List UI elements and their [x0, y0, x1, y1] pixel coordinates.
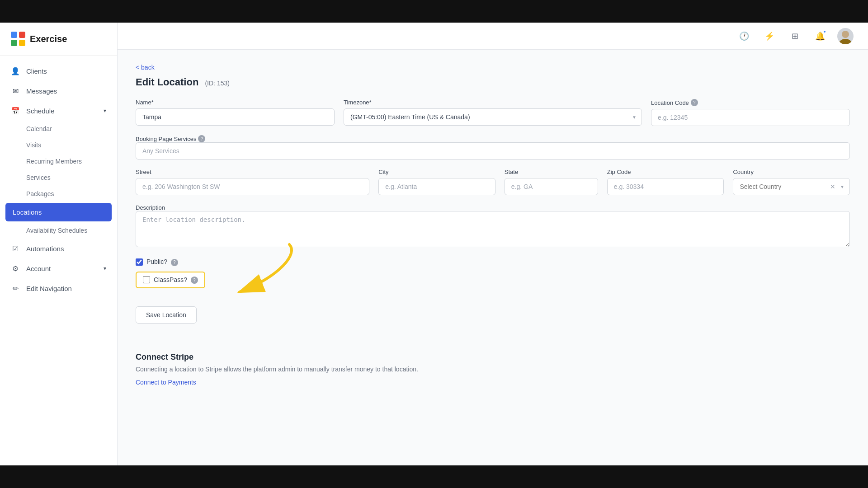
- public-checkbox[interactable]: [136, 258, 143, 266]
- app-name: Exercise: [30, 34, 67, 44]
- sidebar-item-edit-navigation[interactable]: ✏ Edit Navigation: [0, 278, 117, 298]
- check-circle-icon: ☑: [11, 244, 20, 253]
- timezone-select[interactable]: (GMT-05:00) Eastern Time (US & Canada): [344, 108, 642, 126]
- classpass-checkbox[interactable]: [143, 276, 150, 283]
- connect-to-payments-link[interactable]: Connect to Payments: [136, 379, 196, 386]
- name-label: Name*: [136, 99, 335, 106]
- sidebar-label-locations: Locations: [13, 208, 42, 216]
- gear-icon: ⚙: [11, 264, 20, 273]
- location-id-badge: (ID: 153): [205, 80, 229, 87]
- city-group: City: [378, 169, 495, 195]
- envelope-icon: ✉: [11, 86, 20, 95]
- svg-point-4: [842, 31, 849, 38]
- sidebar-label-packages: Packages: [26, 190, 54, 197]
- sidebar-label-calendar: Calendar: [26, 125, 52, 132]
- classpass-box: ClassPass? ?: [136, 272, 205, 289]
- state-group: State: [505, 169, 598, 195]
- user-avatar[interactable]: [837, 28, 854, 44]
- country-dropdown-icon[interactable]: ▼: [840, 184, 844, 189]
- sidebar-item-packages[interactable]: Packages: [0, 186, 117, 202]
- save-button-wrapper: Save Location: [136, 306, 850, 338]
- sidebar-label-automations: Automations: [26, 245, 64, 253]
- sidebar-item-services[interactable]: Services: [0, 169, 117, 186]
- sidebar: Exercise 👤 Clients ✉ Messages 📅 Schedule…: [0, 23, 118, 465]
- sidebar-label-schedule: Schedule: [26, 107, 55, 115]
- sidebar-item-messages[interactable]: ✉ Messages: [0, 81, 117, 101]
- app-logo-icon: [11, 32, 25, 46]
- country-clear-icon[interactable]: ✕: [830, 183, 835, 190]
- classpass-help-icon[interactable]: ?: [191, 277, 198, 284]
- person-icon: 👤: [11, 66, 20, 75]
- state-input[interactable]: [505, 178, 598, 195]
- public-label: Public? ?: [146, 258, 178, 266]
- timezone-select-wrapper: (GMT-05:00) Eastern Time (US & Canada): [344, 108, 642, 126]
- sidebar-item-account[interactable]: ⚙ Account ▾: [0, 258, 117, 278]
- city-label: City: [378, 169, 495, 175]
- sidebar-label-account: Account: [26, 265, 51, 272]
- back-link[interactable]: < back: [136, 64, 155, 71]
- pencil-icon: ✏: [11, 284, 20, 293]
- country-label: Country: [733, 169, 850, 175]
- bell-icon-button[interactable]: 🔔: [812, 28, 828, 44]
- notification-dot: [823, 30, 826, 33]
- page-title: Edit Location (ID: 153): [136, 76, 850, 88]
- sidebar-label-availability-schedules: Availability Schedules: [26, 227, 87, 234]
- classpass-container: ClassPass? ?: [136, 272, 205, 298]
- booking-services-group: Booking Page Services ?: [136, 135, 850, 160]
- location-code-help-icon[interactable]: ?: [691, 99, 698, 106]
- classpass-label: ClassPass? ?: [154, 276, 198, 284]
- location-code-label: Location Code ?: [651, 99, 850, 106]
- location-code-input[interactable]: [651, 109, 850, 126]
- grid-icon-button[interactable]: ⊞: [787, 28, 803, 44]
- sidebar-item-availability-schedules[interactable]: Availability Schedules: [0, 222, 117, 239]
- description-label: Description: [136, 204, 850, 211]
- svg-rect-0: [11, 32, 17, 38]
- chevron-down-icon: ▾: [104, 108, 106, 114]
- country-select-wrapper: ✕ ▼: [733, 178, 850, 195]
- connect-stripe-section: Connect Stripe Connecting a location to …: [136, 352, 850, 386]
- sidebar-label-services: Services: [26, 174, 51, 181]
- lightning-icon-button[interactable]: ⚡: [761, 28, 778, 44]
- svg-rect-2: [11, 40, 17, 46]
- name-input[interactable]: [136, 108, 335, 126]
- top-header: 🕐 ⚡ ⊞ 🔔: [118, 23, 868, 50]
- description-group: Description: [136, 204, 850, 249]
- timezone-label: Timezone*: [344, 99, 642, 106]
- sidebar-item-locations[interactable]: Locations: [5, 203, 112, 221]
- zip-label: Zip Code: [607, 169, 724, 175]
- name-group: Name*: [136, 99, 335, 126]
- sidebar-item-recurring-members[interactable]: Recurring Members: [0, 153, 117, 169]
- booking-services-label: Booking Page Services ?: [136, 135, 850, 142]
- sidebar-label-recurring-members: Recurring Members: [26, 158, 82, 165]
- sidebar-item-schedule[interactable]: 📅 Schedule ▾: [0, 101, 117, 121]
- sidebar-item-calendar[interactable]: Calendar: [0, 121, 117, 137]
- sidebar-label-clients: Clients: [26, 67, 47, 75]
- booking-services-help-icon[interactable]: ?: [198, 135, 205, 142]
- description-textarea[interactable]: [136, 211, 850, 247]
- timezone-group: Timezone* (GMT-05:00) Eastern Time (US &…: [344, 99, 642, 126]
- svg-rect-1: [19, 32, 25, 38]
- public-help-icon[interactable]: ?: [171, 259, 178, 266]
- save-location-button[interactable]: Save Location: [136, 306, 197, 324]
- street-group: Street: [136, 169, 369, 195]
- sidebar-item-visits[interactable]: Visits: [0, 137, 117, 153]
- svg-point-5: [839, 39, 852, 44]
- connect-stripe-title: Connect Stripe: [136, 352, 850, 362]
- city-input[interactable]: [378, 178, 495, 195]
- public-checkbox-row: Public? ?: [136, 258, 850, 266]
- sidebar-nav: 👤 Clients ✉ Messages 📅 Schedule ▾ Calend…: [0, 56, 117, 465]
- location-code-group: Location Code ?: [651, 99, 850, 126]
- connect-stripe-description: Connecting a location to Stripe allows t…: [136, 366, 850, 373]
- sidebar-label-visits: Visits: [26, 141, 41, 149]
- main-content: < back Edit Location (ID: 153) Name* Tim…: [118, 50, 868, 465]
- country-group: Country ✕ ▼: [733, 169, 850, 195]
- booking-services-input[interactable]: [136, 142, 850, 160]
- sidebar-label-edit-navigation: Edit Navigation: [26, 285, 72, 292]
- clock-icon-button[interactable]: 🕐: [736, 28, 752, 44]
- zip-input[interactable]: [607, 178, 724, 195]
- form-row-1: Name* Timezone* (GMT-05:00) Eastern Time…: [136, 99, 850, 126]
- svg-rect-3: [19, 40, 25, 46]
- street-input[interactable]: [136, 178, 369, 195]
- sidebar-item-clients[interactable]: 👤 Clients: [0, 61, 117, 81]
- sidebar-item-automations[interactable]: ☑ Automations: [0, 239, 117, 258]
